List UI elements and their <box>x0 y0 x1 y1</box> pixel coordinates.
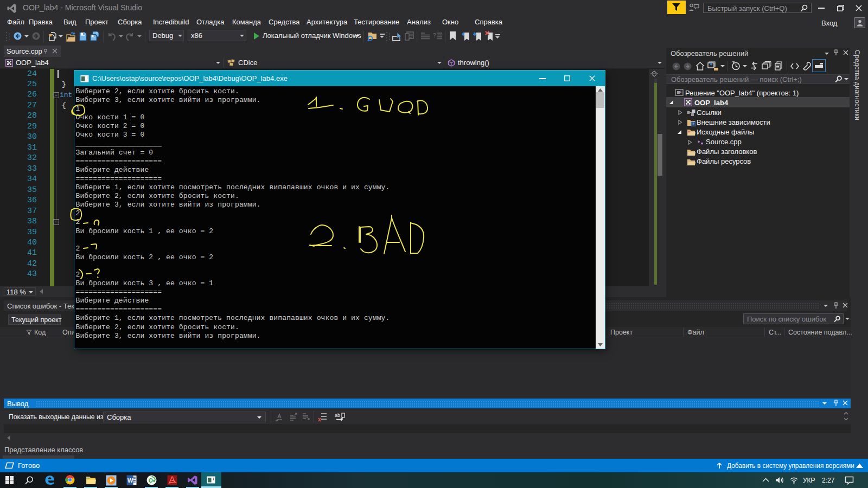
svg-text:?: ? <box>433 33 436 38</box>
svg-text:W: W <box>127 477 133 484</box>
svg-text:ab: ab <box>335 413 340 418</box>
svg-text:O: O <box>149 478 153 484</box>
